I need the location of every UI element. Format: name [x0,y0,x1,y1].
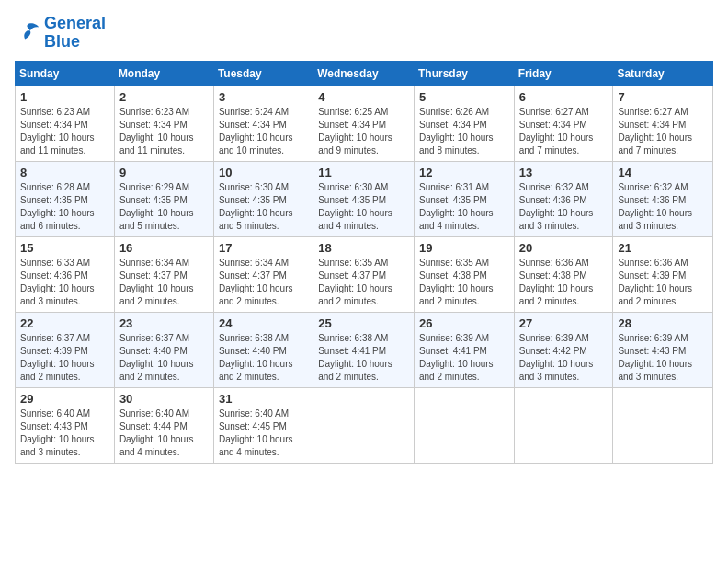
day-number: 28 [618,316,708,330]
day-number: 2 [119,90,209,104]
day-cell: 23 Sunrise: 6:37 AMSunset: 4:40 PMDaylig… [114,312,213,387]
day-cell: 27 Sunrise: 6:39 AMSunset: 4:42 PMDaylig… [514,312,613,387]
day-cell: 29 Sunrise: 6:40 AMSunset: 4:43 PMDaylig… [16,387,115,463]
week-row-3: 15 Sunrise: 6:33 AMSunset: 4:36 PMDaylig… [16,236,713,312]
day-detail: Sunrise: 6:30 AMSunset: 4:35 PMDaylight:… [318,181,409,233]
day-cell [313,387,415,463]
day-cell: 21 Sunrise: 6:36 AMSunset: 4:39 PMDaylig… [613,236,713,312]
day-detail: Sunrise: 6:35 AMSunset: 4:37 PMDaylight:… [318,257,409,308]
day-number: 31 [219,392,308,406]
day-detail: Sunrise: 6:28 AMSunset: 4:35 PMDaylight:… [20,181,109,233]
day-cell: 22 Sunrise: 6:37 AMSunset: 4:39 PMDaylig… [16,312,115,387]
day-cell: 31 Sunrise: 6:40 AMSunset: 4:45 PMDaylig… [213,387,313,463]
day-number: 11 [318,166,409,179]
day-cell: 14 Sunrise: 6:32 AMSunset: 4:36 PMDaylig… [613,161,713,236]
day-number: 3 [219,90,308,104]
day-detail: Sunrise: 6:25 AMSunset: 4:34 PMDaylight:… [318,106,409,157]
day-detail: Sunrise: 6:29 AMSunset: 4:35 PMDaylight:… [119,181,209,233]
day-detail: Sunrise: 6:36 AMSunset: 4:39 PMDaylight:… [618,257,708,308]
day-detail: Sunrise: 6:31 AMSunset: 4:35 PMDaylight:… [419,181,509,233]
day-number: 23 [119,316,209,330]
day-cell: 17 Sunrise: 6:34 AMSunset: 4:37 PMDaylig… [213,236,313,312]
day-cell: 4 Sunrise: 6:25 AMSunset: 4:34 PMDayligh… [313,86,415,161]
day-detail: Sunrise: 6:37 AMSunset: 4:40 PMDaylight:… [119,332,209,384]
day-cell: 11 Sunrise: 6:30 AMSunset: 4:35 PMDaylig… [313,161,415,236]
day-detail: Sunrise: 6:30 AMSunset: 4:35 PMDaylight:… [219,181,308,233]
day-cell [613,387,713,463]
day-number: 16 [119,241,209,255]
day-cell: 5 Sunrise: 6:26 AMSunset: 4:34 PMDayligh… [414,86,514,161]
day-number: 7 [618,90,708,104]
day-number: 20 [519,241,609,255]
day-detail: Sunrise: 6:33 AMSunset: 4:36 PMDaylight:… [20,257,109,308]
header-wednesday: Wednesday [313,61,415,86]
day-cell: 13 Sunrise: 6:32 AMSunset: 4:36 PMDaylig… [514,161,613,236]
day-cell: 1 Sunrise: 6:23 AMSunset: 4:34 PMDayligh… [16,86,115,161]
day-cell: 18 Sunrise: 6:35 AMSunset: 4:37 PMDaylig… [313,236,415,312]
header-friday: Friday [514,61,613,86]
day-number: 21 [618,241,708,255]
page-header: General Blue [15,15,713,52]
day-detail: Sunrise: 6:36 AMSunset: 4:38 PMDaylight:… [519,257,609,308]
day-number: 30 [119,392,209,406]
day-number: 29 [20,392,109,406]
day-number: 8 [20,166,109,179]
day-cell: 10 Sunrise: 6:30 AMSunset: 4:35 PMDaylig… [213,161,313,236]
day-cell: 30 Sunrise: 6:40 AMSunset: 4:44 PMDaylig… [114,387,213,463]
logo-icon [15,20,40,46]
day-cell [414,387,514,463]
day-cell: 15 Sunrise: 6:33 AMSunset: 4:36 PMDaylig… [16,236,115,312]
day-cell: 19 Sunrise: 6:35 AMSunset: 4:38 PMDaylig… [414,236,514,312]
day-number: 14 [618,166,708,179]
day-cell: 2 Sunrise: 6:23 AMSunset: 4:34 PMDayligh… [114,86,213,161]
day-number: 15 [20,241,109,255]
day-detail: Sunrise: 6:40 AMSunset: 4:45 PMDaylight:… [219,408,308,459]
week-row-5: 29 Sunrise: 6:40 AMSunset: 4:43 PMDaylig… [16,387,713,463]
day-detail: Sunrise: 6:32 AMSunset: 4:36 PMDaylight:… [519,181,609,233]
day-number: 19 [419,241,509,255]
day-detail: Sunrise: 6:23 AMSunset: 4:34 PMDaylight:… [20,106,109,157]
day-number: 4 [318,90,409,104]
day-detail: Sunrise: 6:40 AMSunset: 4:43 PMDaylight:… [20,408,109,459]
day-number: 12 [419,166,509,179]
calendar-header-row: SundayMondayTuesdayWednesdayThursdayFrid… [16,61,713,86]
header-saturday: Saturday [613,61,713,86]
day-number: 24 [219,316,308,330]
week-row-1: 1 Sunrise: 6:23 AMSunset: 4:34 PMDayligh… [16,86,713,161]
day-detail: Sunrise: 6:27 AMSunset: 4:34 PMDaylight:… [519,106,609,157]
day-cell: 7 Sunrise: 6:27 AMSunset: 4:34 PMDayligh… [613,86,713,161]
logo-text: General Blue [44,15,106,52]
day-detail: Sunrise: 6:23 AMSunset: 4:34 PMDaylight:… [119,106,209,157]
day-detail: Sunrise: 6:38 AMSunset: 4:40 PMDaylight:… [219,332,308,384]
day-cell: 9 Sunrise: 6:29 AMSunset: 4:35 PMDayligh… [114,161,213,236]
day-cell: 24 Sunrise: 6:38 AMSunset: 4:40 PMDaylig… [213,312,313,387]
day-number: 27 [519,316,609,330]
day-number: 18 [318,241,409,255]
day-cell: 28 Sunrise: 6:39 AMSunset: 4:43 PMDaylig… [613,312,713,387]
day-detail: Sunrise: 6:35 AMSunset: 4:38 PMDaylight:… [419,257,509,308]
day-number: 26 [419,316,509,330]
day-detail: Sunrise: 6:34 AMSunset: 4:37 PMDaylight:… [219,257,308,308]
day-number: 10 [219,166,308,179]
day-cell: 12 Sunrise: 6:31 AMSunset: 4:35 PMDaylig… [414,161,514,236]
day-number: 22 [20,316,109,330]
day-number: 25 [318,316,409,330]
header-monday: Monday [114,61,213,86]
day-detail: Sunrise: 6:32 AMSunset: 4:36 PMDaylight:… [618,181,708,233]
day-detail: Sunrise: 6:24 AMSunset: 4:34 PMDaylight:… [219,106,308,157]
week-row-2: 8 Sunrise: 6:28 AMSunset: 4:35 PMDayligh… [16,161,713,236]
day-cell: 8 Sunrise: 6:28 AMSunset: 4:35 PMDayligh… [16,161,115,236]
day-cell: 3 Sunrise: 6:24 AMSunset: 4:34 PMDayligh… [213,86,313,161]
calendar-table: SundayMondayTuesdayWednesdayThursdayFrid… [15,61,713,464]
header-tuesday: Tuesday [213,61,313,86]
day-cell: 25 Sunrise: 6:38 AMSunset: 4:41 PMDaylig… [313,312,415,387]
day-number: 17 [219,241,308,255]
day-detail: Sunrise: 6:34 AMSunset: 4:37 PMDaylight:… [119,257,209,308]
day-detail: Sunrise: 6:40 AMSunset: 4:44 PMDaylight:… [119,408,209,459]
header-sunday: Sunday [16,61,115,86]
day-cell: 6 Sunrise: 6:27 AMSunset: 4:34 PMDayligh… [514,86,613,161]
day-detail: Sunrise: 6:39 AMSunset: 4:42 PMDaylight:… [519,332,609,384]
header-thursday: Thursday [414,61,514,86]
day-number: 5 [419,90,509,104]
day-cell: 26 Sunrise: 6:39 AMSunset: 4:41 PMDaylig… [414,312,514,387]
